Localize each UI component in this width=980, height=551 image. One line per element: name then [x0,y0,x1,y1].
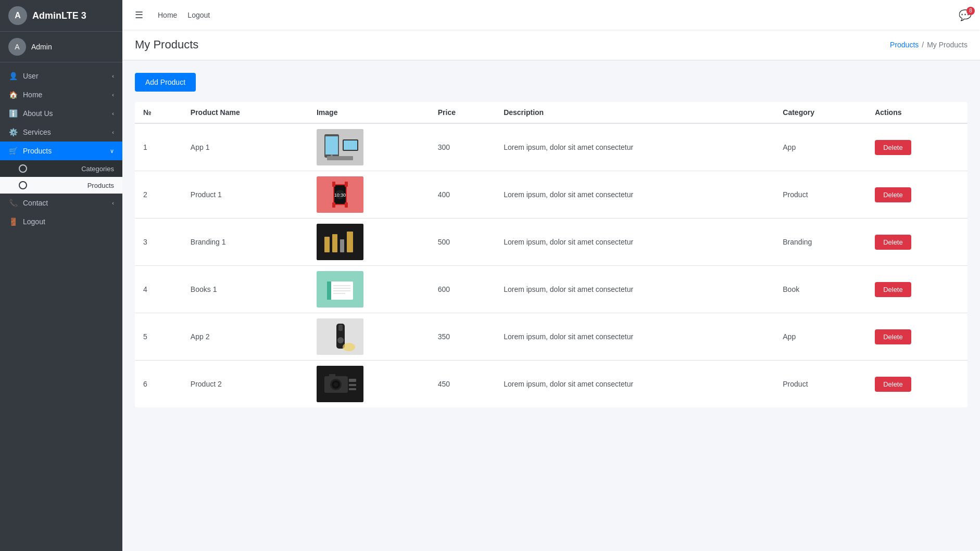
hamburger-button[interactable]: ☰ [131,7,147,23]
add-product-button[interactable]: Add Product [135,73,196,92]
nav-home-link[interactable]: Home [158,11,177,19]
cell-name: Product 2 [182,361,308,408]
notification-badge: 8 [966,7,975,15]
sidebar-item-label: Products [23,147,52,155]
cell-image [308,361,430,408]
delete-button[interactable]: Delete [875,140,911,155]
cell-price: 600 [430,266,495,313]
svg-rect-30 [338,325,343,331]
cell-description: Lorem ipsum, dolor sit amet consectetur [495,361,774,408]
svg-rect-6 [327,156,353,160]
cell-category: Product [774,171,866,219]
sidebar: A AdminLTE 3 A Admin 👤 User ‹ 🏠 Home [0,0,122,551]
table-row: 5 App 2 350 Lorem ipsum, dolor sit amet … [135,313,968,361]
brand-name: AdminLTE 3 [32,10,86,21]
cell-name: Product 1 [182,171,308,219]
sidebar-item-label: Home [23,91,42,99]
svg-point-32 [343,343,355,351]
logout-icon: 🚪 [8,217,18,226]
chevron-icon: ‹ [112,73,114,79]
products-table: № Product Name Image Price Description C… [135,102,968,407]
navbar-left: ☰ Home Logout [131,7,210,23]
nav-menu: 👤 User ‹ 🏠 Home ‹ ℹ️ About Us [0,62,122,551]
cell-image [308,219,430,266]
delete-button[interactable]: Delete [875,187,911,202]
cell-price: 500 [430,219,495,266]
svg-rect-14 [332,202,335,208]
sidebar-item-categories[interactable]: Categories [0,160,122,177]
cell-actions: Delete [866,219,968,266]
sidebar-item-label: Logout [23,217,45,226]
svg-point-31 [337,337,344,343]
products-table-container: № Product Name Image Price Description C… [135,102,968,407]
page-title: My Products [135,38,198,52]
breadcrumb-separator: / [922,41,924,49]
table-row: 2 Product 1 10:30 400 Lorem ipsum, dolor… [135,171,968,219]
brand-logo: A [8,6,27,25]
table-row: 6 Product 2 450 Lorem ipsum, dolor sit a… [135,361,968,408]
nav-item-user: 👤 User ‹ [0,67,122,85]
svg-rect-39 [349,379,356,382]
sidebar-item-services[interactable]: ⚙️ Services ‹ [0,123,122,142]
services-icon: ⚙️ [8,128,18,136]
delete-button[interactable]: Delete [875,282,911,297]
sidebar-item-label: Categories [81,165,114,173]
sidebar-item-label: Contact [23,199,48,207]
nav-item-home: 🏠 Home ‹ [0,85,122,104]
col-name: Product Name [182,102,308,123]
sidebar-item-user[interactable]: 👤 User ‹ [0,67,122,85]
table-header: № Product Name Image Price Description C… [135,102,968,123]
cell-actions: Delete [866,361,968,408]
breadcrumb-products-link[interactable]: Products [890,41,919,49]
sidebar-item-about[interactable]: ℹ️ About Us ‹ [0,104,122,123]
chevron-down-icon: ∨ [110,148,114,155]
cell-name: Branding 1 [182,219,308,266]
contact-icon: 📞 [8,199,18,207]
cell-category: App [774,123,866,171]
table-body: 1 App 1 300 Lorem ipsum, dolor sit amet … [135,123,968,407]
cell-description: Lorem ipsum, dolor sit amet consectetur [495,123,774,171]
cell-description: Lorem ipsum, dolor sit amet consectetur [495,266,774,313]
cell-num: 4 [135,266,182,313]
breadcrumb-current: My Products [927,41,968,49]
products-icon: 🛒 [8,147,18,155]
main-wrapper: ☰ Home Logout 💬 8 My Products Products /… [122,0,980,551]
sidebar-item-label: Products [87,182,114,189]
svg-rect-40 [349,384,356,386]
info-icon: ℹ️ [8,109,18,118]
nav-item-services: ⚙️ Services ‹ [0,123,122,142]
delete-button[interactable]: Delete [875,377,911,392]
cell-category: Product [774,361,866,408]
cell-name: Books 1 [182,266,308,313]
cell-description: Lorem ipsum, dolor sit amet consectetur [495,219,774,266]
sidebar-item-label: Services [23,128,51,136]
nav-logout-link[interactable]: Logout [187,11,210,19]
svg-rect-15 [345,202,348,208]
navbar-right: 💬 8 [959,9,972,21]
sidebar-item-logout[interactable]: 🚪 Logout [0,212,122,231]
cell-price: 450 [430,361,495,408]
nav-item-about: ℹ️ About Us ‹ [0,104,122,123]
notification-button[interactable]: 💬 8 [959,9,972,21]
cell-image [308,123,430,171]
delete-button[interactable]: Delete [875,235,911,250]
sidebar-item-products[interactable]: 🛒 Products ∨ [0,142,122,160]
col-actions: Actions [866,102,968,123]
cell-name: App 1 [182,123,308,171]
svg-rect-12 [332,182,335,187]
svg-rect-5 [344,140,357,150]
delete-button[interactable]: Delete [875,329,911,344]
sidebar-item-contact[interactable]: 📞 Contact ‹ [0,194,122,212]
sidebar-item-home[interactable]: 🏠 Home ‹ [0,85,122,104]
col-image: Image [308,102,430,123]
sidebar-item-label: User [23,72,39,80]
cell-description: Lorem ipsum, dolor sit amet consectetur [495,171,774,219]
sidebar-item-products-sub[interactable]: Products [0,177,122,194]
cell-category: Book [774,266,866,313]
submenu-item-products: Products [0,177,122,194]
svg-text:10:30: 10:30 [334,193,346,198]
content-header: My Products Products / My Products [122,30,980,60]
svg-rect-17 [324,237,330,252]
cell-price: 400 [430,171,495,219]
circle-active-icon [19,181,27,189]
